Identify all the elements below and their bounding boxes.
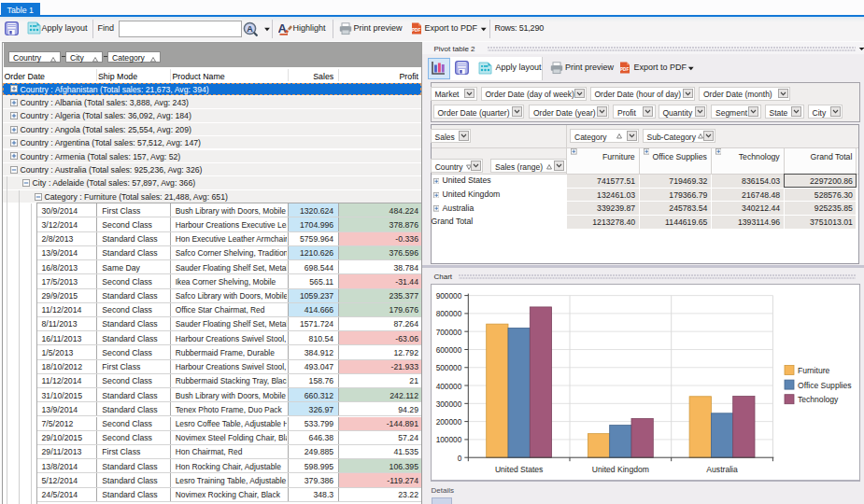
svg-text:A: A [278, 21, 288, 35]
svg-text:0: 0 [457, 454, 461, 463]
svg-text:100000: 100000 [435, 435, 461, 444]
svg-text:200000: 200000 [435, 417, 461, 427]
svg-text:500000: 500000 [435, 363, 461, 372]
svg-text:Australia: Australia [706, 465, 738, 474]
svg-text:800000: 800000 [435, 309, 461, 318]
svg-text:Office Supplies: Office Supplies [797, 381, 851, 390]
svg-text:A: A [247, 23, 253, 33]
svg-text:900000: 900000 [435, 291, 461, 301]
svg-text:300000: 300000 [435, 399, 461, 409]
svg-text:600000: 600000 [435, 345, 461, 355]
svg-text:United States: United States [494, 465, 543, 474]
svg-text:PDF: PDF [412, 28, 420, 33]
svg-text:Technology: Technology [797, 395, 838, 404]
svg-text:700000: 700000 [435, 328, 461, 337]
svg-text:United Kingdom: United Kingdom [591, 465, 648, 474]
svg-text:PDF: PDF [620, 67, 629, 72]
svg-text:400000: 400000 [435, 382, 461, 391]
svg-text:Furniture: Furniture [797, 366, 829, 375]
